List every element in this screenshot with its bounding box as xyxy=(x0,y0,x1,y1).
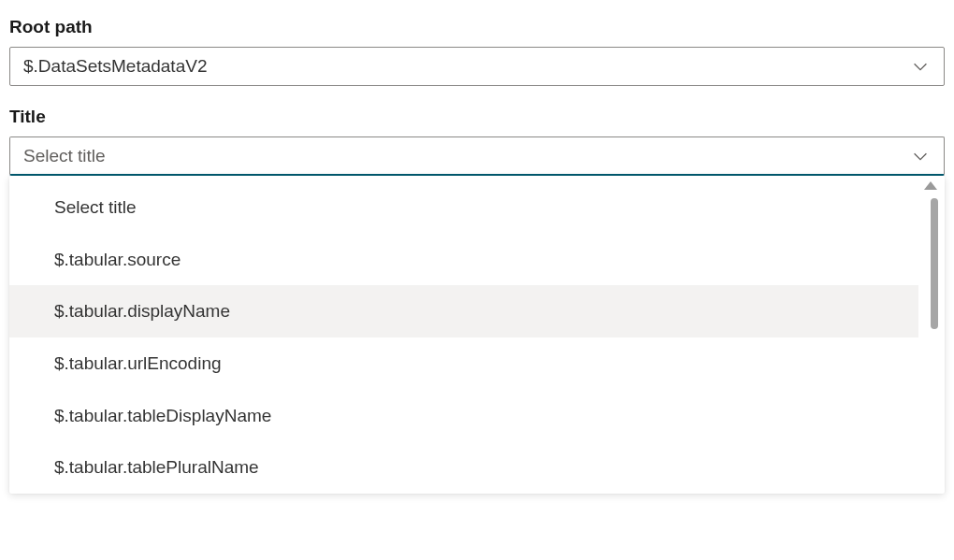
title-option[interactable]: $.tabular.tablePluralName xyxy=(9,441,918,494)
root-path-combobox[interactable]: $.DataSetsMetadataV2 xyxy=(9,47,945,86)
title-option[interactable]: $.tabular.source xyxy=(9,234,918,286)
title-placeholder: Select title xyxy=(23,146,910,166)
root-path-field: Root path $.DataSetsMetadataV2 xyxy=(9,17,945,86)
title-option[interactable]: Select title xyxy=(9,181,918,234)
title-option[interactable]: $.tabular.displayName xyxy=(9,285,918,337)
root-path-label: Root path xyxy=(9,17,945,37)
chevron-down-icon xyxy=(910,56,931,77)
scroll-up-icon[interactable] xyxy=(924,181,937,190)
title-option[interactable]: $.tabular.urlEncoding xyxy=(9,337,918,390)
title-option[interactable]: $.tabular.tableDisplayName xyxy=(9,390,918,442)
title-field: Title Select title Select title$.tabular… xyxy=(9,107,945,494)
title-label: Title xyxy=(9,107,945,127)
scrollbar-thumb[interactable] xyxy=(931,198,938,329)
chevron-down-icon xyxy=(910,146,931,166)
root-path-value: $.DataSetsMetadataV2 xyxy=(23,56,910,77)
title-dropdown: Select title$.tabular.source$.tabular.di… xyxy=(9,176,945,494)
title-combobox[interactable]: Select title xyxy=(9,136,945,176)
